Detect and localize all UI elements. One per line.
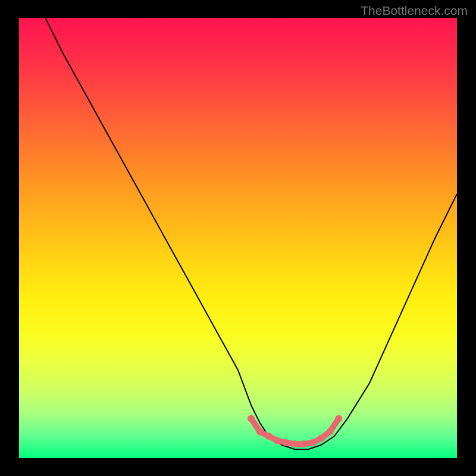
sweet-spot-dot: [309, 439, 316, 446]
sweet-spot-dot: [318, 435, 325, 442]
sweet-spot-dot: [283, 439, 290, 446]
attribution-text: TheBottleneck.com: [361, 4, 468, 18]
sweet-spot-dot: [327, 428, 334, 436]
chart-svg: [19, 18, 457, 458]
chart-plot-area: [19, 18, 457, 458]
sweet-spot-dot: [248, 415, 255, 422]
sweet-spot-dot: [292, 440, 299, 447]
sweet-spot-dot: [335, 415, 342, 422]
sweet-spot-dot: [274, 437, 281, 444]
sweet-spot-markers: [248, 415, 342, 447]
sweet-spot-band: [251, 418, 339, 444]
sweet-spot-dot: [256, 428, 264, 436]
bottleneck-curve-line: [45, 18, 457, 449]
sweet-spot-dot: [265, 433, 273, 440]
sweet-spot-dot: [300, 440, 307, 447]
